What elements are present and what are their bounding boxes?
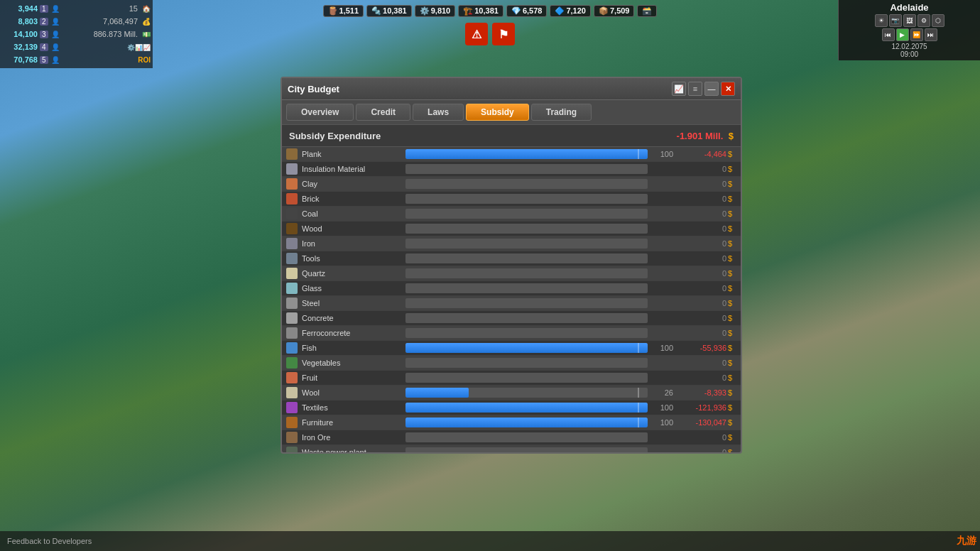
table-row[interactable]: Quartz 0 $ (282, 266, 741, 281)
subsidy-slider[interactable] (405, 447, 648, 452)
table-row[interactable]: Plank 100 -4,464 $ (282, 147, 741, 162)
row-name: Fruit (302, 373, 401, 382)
subsidy-slider[interactable] (405, 224, 648, 234)
row-currency-icon: $ (728, 209, 736, 218)
subsidy-slider[interactable] (405, 343, 648, 353)
subsidy-slider[interactable] (405, 209, 648, 219)
subsidy-slider[interactable] (405, 239, 648, 249)
table-row[interactable]: Wood 0 $ (282, 222, 741, 236)
row-cost: 0 (673, 209, 726, 218)
exit-icon[interactable]: ⬡ (932, 14, 944, 27)
tab-credit[interactable]: Credit (356, 104, 410, 121)
settings-icon[interactable]: ⚙ (918, 14, 930, 27)
subsidy-slider[interactable] (405, 432, 648, 442)
row-resource-icon (286, 402, 298, 413)
stat-value-2: 8,803 (2, 17, 38, 26)
table-row[interactable]: Glass 0 $ (282, 281, 741, 296)
row-cost: 0 (673, 359, 726, 367)
subsidy-slider[interactable] (405, 194, 648, 204)
row-cost: -55,936 (673, 344, 726, 352)
table-row[interactable]: Clay 0 $ (282, 177, 741, 192)
left-stats-panel: 3,944 1 👤 15 🏠 8,803 2 👤 7,068,497 💰 14,… (0, 0, 153, 68)
row-currency-icon: $ (728, 150, 736, 158)
play-icon[interactable]: ▶ (896, 28, 909, 41)
table-row[interactable]: Iron 0 $ (282, 236, 741, 251)
row-cost: 0 (673, 195, 726, 203)
table-row[interactable]: Steel 0 $ (282, 296, 741, 311)
gear-value: 9,810 (431, 6, 451, 15)
table-row[interactable]: Iron Ore 0 $ (282, 430, 741, 445)
tab-trading[interactable]: Trading (531, 104, 592, 121)
forward-icon[interactable]: ⏩ (910, 28, 923, 41)
row-slider-value: 100 (652, 418, 673, 427)
screenshot-icon[interactable]: 🖼 (903, 14, 916, 27)
row-currency-icon: $ (728, 180, 736, 188)
section-total: -1.901 Mill. (677, 131, 724, 141)
close-button[interactable]: ✕ (721, 82, 735, 96)
table-row[interactable]: Tools 0 $ (282, 251, 741, 266)
table-row[interactable]: Brick 0 $ (282, 192, 741, 207)
table-row[interactable]: Waste power plant 0 $ (282, 445, 741, 452)
subsidy-slider[interactable] (405, 373, 648, 383)
row-currency-icon: $ (728, 373, 736, 382)
row-resource-icon (286, 357, 298, 369)
resource-item-gem: 💎 6,578 (506, 5, 548, 17)
row-name: Vegetables (302, 359, 401, 367)
subsidy-slider[interactable] (405, 179, 648, 189)
row-resource-icon (286, 417, 298, 428)
row-resource-icon (286, 342, 298, 354)
sun-icon[interactable]: ☀ (875, 14, 888, 27)
table-row[interactable]: Ferroconcrete 0 $ (282, 326, 741, 341)
feedback-text: Feedback to Developers (7, 537, 92, 545)
subsidy-slider[interactable] (405, 388, 648, 398)
table-row[interactable]: Insulation Material 0 $ (282, 162, 741, 177)
row-cost: 0 (673, 299, 726, 307)
subsidy-slider[interactable] (405, 328, 648, 338)
subsidy-slider[interactable] (405, 164, 648, 174)
row-slider-value: 100 (652, 344, 673, 352)
warning-icon-1: ⚠ (465, 23, 488, 45)
table-row[interactable]: Vegetables 0 $ (282, 356, 741, 371)
chart-view-button[interactable]: 📈 (672, 82, 686, 96)
subsidy-slider[interactable] (405, 268, 648, 278)
stat-extra-1: 15 (129, 4, 138, 13)
subsidy-slider[interactable] (405, 283, 648, 293)
row-resource-icon (286, 298, 298, 309)
table-row[interactable]: Fruit 0 $ (282, 371, 741, 386)
subsidy-slider[interactable] (405, 253, 648, 263)
row-currency-icon: $ (728, 329, 736, 337)
subsidy-slider[interactable] (405, 358, 648, 368)
subsidy-slider[interactable] (405, 149, 648, 159)
tab-laws[interactable]: Laws (413, 104, 464, 121)
blue-value: 7,120 (566, 6, 586, 15)
table-row[interactable]: Concrete 0 $ (282, 311, 741, 326)
subsidy-slider[interactable] (405, 313, 648, 323)
gem-icon: 💎 (511, 6, 521, 16)
playback-controls-row: ⏮ ▶ ⏩ ⏭ (843, 28, 976, 41)
rewind-icon[interactable]: ⏮ (882, 28, 895, 41)
row-currency-icon: $ (728, 299, 736, 307)
minimize-button[interactable]: — (704, 82, 719, 96)
row-resource-icon (286, 447, 298, 452)
tab-subsidy[interactable]: Subsidy (466, 104, 529, 121)
row-name: Plank (302, 150, 401, 158)
subsidy-slider[interactable] (405, 418, 648, 427)
tab-overview[interactable]: Overview (286, 104, 354, 121)
table-row[interactable]: Textiles 100 -121,936 $ (282, 400, 741, 415)
row-slider-value: 100 (652, 403, 673, 412)
warning-area: ⚠ ⚑ (465, 23, 515, 45)
table-row[interactable]: Wool 26 -8,393 $ (282, 386, 741, 400)
subsidy-slider[interactable] (405, 298, 648, 308)
subsidy-slider[interactable] (405, 403, 648, 413)
camera-icon[interactable]: 📷 (889, 14, 902, 27)
subsidy-table[interactable]: Plank 100 -4,464 $ Insulation Material 0… (282, 147, 741, 452)
table-row[interactable]: Coal 0 $ (282, 207, 741, 222)
list-view-button[interactable]: ≡ (688, 82, 702, 96)
row-name: Iron (302, 239, 401, 248)
table-row[interactable]: Furniture 100 -130,047 $ (282, 415, 741, 430)
city-budget-dialog: City Budget 📈 ≡ — ✕ Overview Credit Laws… (281, 77, 742, 454)
row-cost: 0 (673, 254, 726, 263)
fast-forward-icon[interactable]: ⏭ (925, 28, 937, 41)
row-cost: -130,047 (673, 418, 726, 427)
table-row[interactable]: Fish 100 -55,936 $ (282, 341, 741, 356)
